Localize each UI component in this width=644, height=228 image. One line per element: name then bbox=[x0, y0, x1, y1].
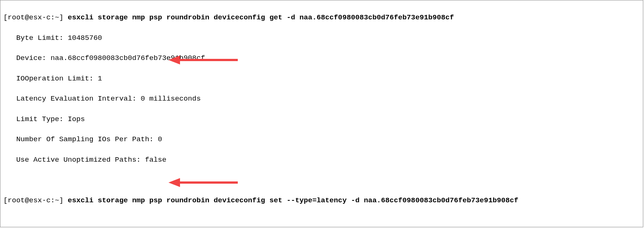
command-2-text: esxcli storage nmp psp roundrobin device… bbox=[68, 196, 518, 205]
output1-sampling: Number Of Sampling IOs Per Path: 0 bbox=[16, 134, 640, 145]
prompt-2: [root@esx-c:~] bbox=[3, 196, 68, 205]
output1-unoptimized: Use Active Unoptimized Paths: false bbox=[16, 155, 640, 165]
output1-ioop-limit: IOOperation Limit: 1 bbox=[16, 74, 640, 84]
prompt-1: [root@esx-c:~] bbox=[3, 13, 68, 22]
blank-line-2 bbox=[3, 216, 640, 226]
output1-device: Device: naa.68ccf0980083cb0d76feb73e91b9… bbox=[16, 53, 640, 63]
blank-line-1 bbox=[3, 175, 640, 186]
output1-limit-type: Limit Type: Iops bbox=[16, 114, 640, 124]
command-1-text: esxcli storage nmp psp roundrobin device… bbox=[68, 13, 454, 22]
command-line-1: [root@esx-c:~] esxcli storage nmp psp ro… bbox=[3, 13, 640, 23]
output1-byte-limit: Byte Limit: 10485760 bbox=[16, 33, 640, 43]
terminal-window[interactable]: [root@esx-c:~] esxcli storage nmp psp ro… bbox=[0, 0, 643, 227]
command-line-2: [root@esx-c:~] esxcli storage nmp psp ro… bbox=[3, 196, 640, 206]
output1-latency-eval: Latency Evaluation Interval: 0 milliseco… bbox=[16, 94, 640, 104]
